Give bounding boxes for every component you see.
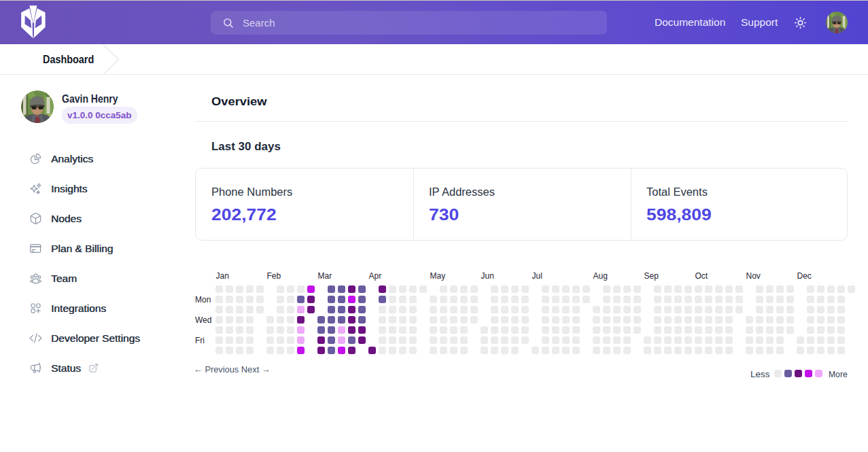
svg-text:Sep: Sep bbox=[644, 271, 659, 281]
svg-text:Feb: Feb bbox=[267, 271, 281, 281]
svg-text:Apr: Apr bbox=[369, 271, 382, 281]
svg-text:Jun: Jun bbox=[481, 271, 494, 281]
svg-text:Fri: Fri bbox=[195, 336, 205, 345]
svg-text:May: May bbox=[430, 271, 446, 281]
svg-text:Mon: Mon bbox=[195, 295, 211, 305]
svg-text:Nov: Nov bbox=[746, 271, 761, 281]
svg-text:Dec: Dec bbox=[797, 271, 812, 281]
svg-text:Jul: Jul bbox=[532, 271, 542, 281]
svg-text:Wed: Wed bbox=[195, 315, 211, 325]
svg-text:Oct: Oct bbox=[695, 271, 708, 281]
svg-text:Jan: Jan bbox=[216, 271, 229, 281]
svg-text:Aug: Aug bbox=[593, 271, 608, 281]
svg-text:Mar: Mar bbox=[318, 271, 332, 281]
